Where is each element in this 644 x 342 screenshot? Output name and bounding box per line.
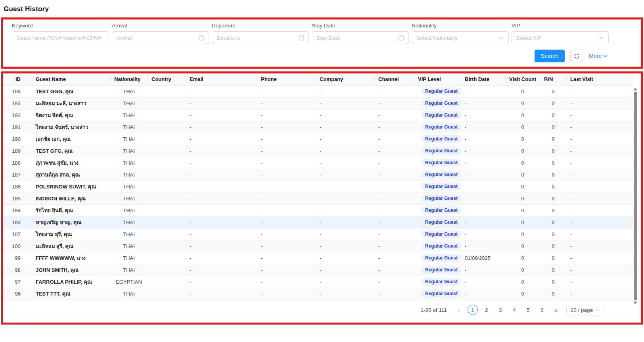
refresh-icon bbox=[574, 53, 580, 59]
pagination-page[interactable]: 5 bbox=[523, 305, 533, 315]
scroll-up-icon[interactable] bbox=[633, 88, 637, 90]
rn-cell: 0 bbox=[540, 169, 566, 181]
vip-select[interactable]: Select VIP bbox=[512, 31, 609, 44]
phone-cell: - bbox=[257, 133, 316, 145]
nationality-cell: THAI bbox=[110, 216, 148, 228]
vip-level-badge: Regular Guest bbox=[421, 194, 461, 202]
vertical-scrollbar[interactable] bbox=[633, 88, 638, 304]
vip-level-cell: Regular Guest bbox=[414, 192, 461, 204]
pagination-page[interactable]: 6 bbox=[537, 305, 547, 315]
arrival-date-input[interactable]: Arrival bbox=[112, 31, 209, 44]
column-header: Phone bbox=[257, 73, 316, 85]
email-cell: - bbox=[186, 276, 257, 288]
departure-date-input[interactable]: Departure bbox=[212, 31, 309, 44]
pagination-page[interactable]: 2 bbox=[481, 305, 492, 315]
last_visit-cell: - bbox=[566, 276, 633, 288]
id-cell: 97 bbox=[3, 276, 26, 288]
column-header: Company bbox=[316, 73, 374, 85]
country-cell bbox=[148, 97, 186, 109]
visit_count-cell: 0 bbox=[505, 252, 540, 264]
channel-cell: - bbox=[374, 121, 414, 133]
pagination-page[interactable]: 4 bbox=[509, 305, 519, 315]
table-row[interactable]: 96TEST TTT, คุณTHAI----Regular Guest-00- bbox=[3, 288, 633, 300]
nationality-cell: EGYPTIAN bbox=[110, 276, 148, 288]
table-row[interactable]: 99FFFF WWWWW, นางTHAI----Regular Guest01… bbox=[3, 252, 633, 264]
last_visit-cell: - bbox=[566, 252, 633, 264]
nationality-cell: THAI bbox=[110, 109, 148, 121]
calendar-icon bbox=[298, 35, 304, 41]
country-cell bbox=[148, 288, 186, 300]
vip-level-badge: Regular Guest bbox=[421, 183, 461, 190]
vip-level-badge: Regular Guest bbox=[421, 218, 461, 226]
name-cell: INDISON WILLE, คุณ bbox=[26, 192, 110, 204]
country-cell bbox=[148, 157, 186, 169]
page-size-select[interactable]: 20 / page bbox=[566, 305, 604, 315]
scroll-down-icon[interactable] bbox=[633, 302, 637, 304]
table-row[interactable]: 97FARROLLA PHILIP, คุณEGYPTIAN----Regula… bbox=[3, 276, 633, 288]
table-row[interactable]: 186POLSRINOW SUWIT, คุณTHAI----Regular G… bbox=[3, 181, 633, 192]
phone-cell: - bbox=[257, 157, 316, 169]
table-row[interactable]: 193มะลิหอม มะลี, นางสาวTHAI----Regular G… bbox=[3, 97, 633, 109]
vip-level-badge: Regular Guest bbox=[421, 266, 461, 274]
table-row[interactable]: 194TEST GGG, คุณTHAI----Regular Guest-00… bbox=[3, 85, 633, 97]
pagination-prev[interactable]: « bbox=[454, 305, 464, 315]
phone-cell: - bbox=[257, 216, 316, 228]
table-header-row: IDGuest NameNationalityCountryEmailPhone… bbox=[3, 73, 633, 85]
name-cell: จิตงาม จิตต์, คุณ bbox=[26, 109, 110, 121]
table-row[interactable]: 190เอกชัย เอก, คุณTHAI----Regular Guest-… bbox=[3, 133, 633, 145]
table-row[interactable]: 191ไทยงาม จันทร์, นางสาวTHAI----Regular … bbox=[3, 121, 633, 133]
table-row[interactable]: 100มะลิหอม สุรี, คุณTHAI----Regular Gues… bbox=[3, 240, 633, 252]
table-row[interactable]: 187สุกานต์กุล สกล, คุณTHAI----Regular Gu… bbox=[3, 169, 633, 181]
filter-panel: Keyword Arrival Arrival Departure Depart… bbox=[1, 17, 643, 69]
nationality-label: Nationality bbox=[412, 23, 509, 29]
scrollbar-thumb[interactable] bbox=[634, 92, 637, 300]
channel-cell: - bbox=[374, 145, 414, 157]
calendar-icon bbox=[198, 35, 204, 41]
country-cell bbox=[148, 276, 186, 288]
id-cell: 183 bbox=[3, 216, 26, 228]
visit_count-cell: 0 bbox=[505, 228, 540, 240]
pagination-page-active[interactable]: 1 bbox=[468, 305, 478, 315]
rn-cell: 0 bbox=[540, 85, 566, 97]
filter-nationality: Nationality Select Nationality bbox=[412, 23, 509, 44]
table-row[interactable]: 107ไทยงาม สุรี, คุณTHAI----Regular Guest… bbox=[3, 228, 633, 240]
email-cell: - bbox=[186, 85, 257, 97]
id-cell: 96 bbox=[3, 288, 26, 300]
nationality-placeholder: Select Nationality bbox=[416, 35, 496, 41]
pagination-page[interactable]: 3 bbox=[495, 305, 506, 315]
phone-cell: - bbox=[257, 204, 316, 216]
last_visit-cell: - bbox=[566, 169, 633, 181]
birth_date-cell: - bbox=[461, 133, 505, 145]
table-row[interactable]: 188สุภาพชน สุชัย, นางTHAI----Regular Gue… bbox=[3, 157, 633, 169]
pagination: 1-20 of 111 « 123456 » 20 / page bbox=[3, 300, 641, 317]
nationality-cell: THAI bbox=[110, 240, 148, 252]
last_visit-cell: - bbox=[566, 216, 633, 228]
vip-level-cell: Regular Guest bbox=[414, 169, 461, 181]
stay-date-input[interactable]: Stay Date bbox=[312, 31, 409, 44]
table-row[interactable]: 189TEST GFG, คุณTHAI----Regular Guest-00… bbox=[3, 145, 633, 157]
table-row[interactable]: 192จิตงาม จิตต์, คุณTHAI----Regular Gues… bbox=[3, 109, 633, 121]
more-link[interactable]: More bbox=[589, 53, 608, 59]
rn-cell: 0 bbox=[540, 109, 566, 121]
visit_count-cell: 0 bbox=[505, 240, 540, 252]
name-cell: เอกชัย เอก, คุณ bbox=[26, 133, 110, 145]
channel-cell: - bbox=[374, 169, 414, 181]
name-cell: สุภาพชน สุชัย, นาง bbox=[26, 157, 110, 169]
table-row[interactable]: 184รักไทย ยินดี, คุณTHAI----Regular Gues… bbox=[3, 204, 633, 216]
search-button[interactable]: Search bbox=[535, 50, 565, 62]
keyword-input[interactable] bbox=[17, 35, 104, 41]
pagination-next[interactable]: » bbox=[551, 305, 561, 315]
column-header: Birth Date bbox=[461, 73, 505, 85]
id-cell: 107 bbox=[3, 228, 26, 240]
channel-cell: - bbox=[374, 252, 414, 264]
table-row[interactable]: 98JOHN SMITH, คุณTHAI----Regular Guest-0… bbox=[3, 264, 633, 276]
nationality-select[interactable]: Select Nationality bbox=[412, 31, 509, 44]
table-row[interactable]: 185INDISON WILLE, คุณTHAI----Regular Gue… bbox=[3, 192, 633, 204]
country-cell bbox=[148, 216, 186, 228]
table-row[interactable]: 183หาญเจริญ หาญ, คุณTHAI----Regular Gues… bbox=[3, 216, 633, 228]
refresh-button[interactable] bbox=[570, 50, 583, 62]
name-cell: รักไทย ยินดี, คุณ bbox=[26, 204, 110, 216]
visit_count-cell: 0 bbox=[505, 288, 540, 300]
rn-cell: 0 bbox=[540, 97, 566, 109]
birth_date-cell: - bbox=[461, 276, 505, 288]
